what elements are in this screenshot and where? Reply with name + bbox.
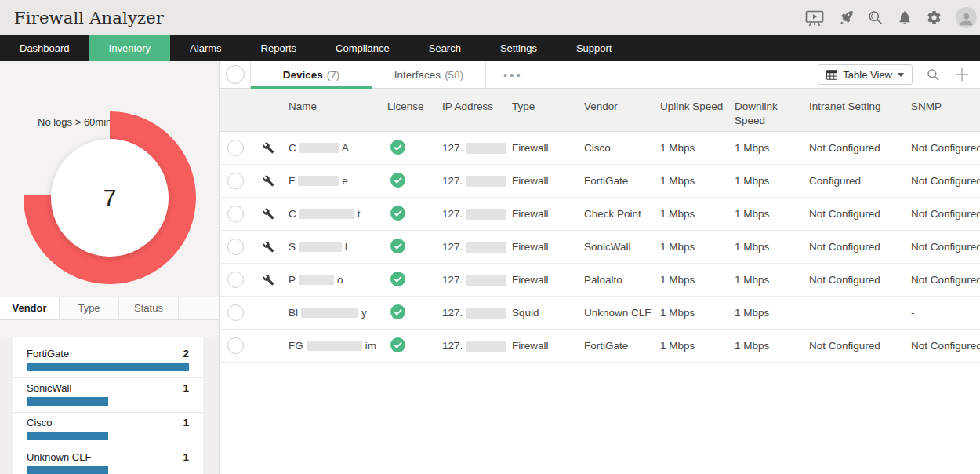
nav-item-settings[interactable]: Settings (481, 35, 557, 61)
intranet-setting-cell: Not Configured (803, 142, 905, 154)
vendor-list-item[interactable]: FortiGate2 (13, 344, 203, 378)
vendor-cell: Unknown CLF (578, 307, 654, 319)
add-device-icon[interactable] (953, 66, 971, 83)
snmp-cell: Not Configured (905, 241, 980, 253)
downlink-speed-cell: 1 Mbps (728, 274, 803, 286)
sidebar-tab-type[interactable]: Type (60, 297, 119, 319)
table-view-button[interactable]: Table View (818, 64, 913, 85)
nav-item-search[interactable]: Search (409, 35, 481, 61)
vendor-list: FortiGate2SonicWall1Cisco1Unknown CLF1Pa… (13, 337, 203, 474)
type-cell: Firewall (506, 241, 578, 253)
ip-prefix: 127. (442, 208, 463, 220)
main-content: Devices (7) Interfaces (58) ••• (220, 61, 980, 474)
nav-item-inventory[interactable]: Inventory (89, 35, 170, 61)
nav-item-compliance[interactable]: Compliance (316, 35, 409, 61)
license-ok-icon (390, 173, 405, 190)
device-name-suffix: A (342, 142, 349, 154)
redacted-name (299, 242, 342, 252)
row-checkbox[interactable] (227, 239, 244, 255)
intranet-setting-cell: Not Configured (803, 208, 905, 220)
table-search-icon[interactable] (926, 67, 940, 82)
gear-icon[interactable] (926, 9, 942, 26)
select-all-checkbox[interactable] (226, 65, 245, 84)
search-icon[interactable] (867, 9, 884, 26)
column-header-name: Name (251, 89, 376, 131)
table-row[interactable]: FGim127.FirewallFortiGate1 Mbps1 MbpsNot… (220, 330, 980, 363)
table-row[interactable]: Fe127.FirewallFortiGate1 Mbps1 MbpsConfi… (220, 165, 980, 198)
downlink-speed-cell: 1 Mbps (728, 241, 803, 253)
status-donut[interactable]: 7 (24, 111, 196, 284)
row-checkbox[interactable] (227, 206, 244, 222)
table-row[interactable]: Bly127.SquidUnknown CLF1 Mbps1 Mbps- (220, 297, 980, 330)
device-name-suffix: o (337, 274, 343, 286)
nav-item-alarms[interactable]: Alarms (170, 35, 241, 61)
row-checkbox[interactable] (227, 272, 244, 288)
user-avatar[interactable] (956, 7, 977, 28)
snmp-cell: Not Configured (905, 274, 980, 286)
downlink-speed-cell: 1 Mbps (728, 142, 803, 154)
more-tabs-button[interactable]: ••• (486, 61, 540, 88)
tab-devices[interactable]: Devices (7) (251, 61, 372, 88)
intranet-setting-cell: Not Configured (803, 340, 905, 352)
tab-devices-count: (7) (327, 69, 340, 81)
device-name-prefix: S (289, 241, 296, 253)
vendor-list-item[interactable]: Unknown CLF1 (13, 447, 203, 474)
device-name-cell: Ct (251, 208, 376, 220)
device-name-cell: Fe (251, 175, 376, 187)
tab-interfaces[interactable]: Interfaces (58) (372, 61, 486, 88)
row-checkbox[interactable] (227, 337, 244, 354)
nav-item-reports[interactable]: Reports (241, 35, 317, 61)
vendor-name: Unknown CLF (27, 451, 91, 463)
vendor-count: 1 (183, 451, 189, 463)
wrench-icon[interactable] (263, 208, 289, 220)
column-header-snmp: SNMP (905, 89, 980, 131)
vendor-list-item[interactable]: SonicWall1 (13, 378, 203, 413)
wrench-icon[interactable] (263, 142, 289, 154)
nav-item-dashboard[interactable]: Dashboard (0, 35, 89, 61)
vendor-cell: FortiGate (578, 175, 654, 187)
device-name-prefix: FG (289, 340, 303, 352)
uplink-speed-cell: 1 Mbps (654, 175, 728, 187)
device-name-suffix: e (342, 175, 348, 187)
row-checkbox[interactable] (227, 140, 244, 156)
vendor-list-item[interactable]: Cisco1 (13, 413, 203, 447)
sidebar-tab-vendor[interactable]: Vendor (0, 297, 60, 319)
vendor-name: FortiGate (27, 348, 69, 359)
redacted-name (299, 143, 339, 153)
presentation-play-icon[interactable] (805, 9, 824, 27)
type-cell: Firewall (506, 208, 578, 220)
table-row[interactable]: Ct127.FirewallCheck Point1 Mbps1 MbpsNot… (220, 198, 980, 231)
wrench-icon[interactable] (263, 274, 289, 286)
uplink-speed-cell: 1 Mbps (654, 142, 728, 154)
bell-icon[interactable] (897, 9, 913, 26)
vendor-cell: Check Point (578, 208, 654, 220)
license-cell (376, 337, 431, 355)
wrench-icon[interactable] (263, 175, 289, 187)
license-ok-icon (390, 337, 405, 355)
downlink-speed-cell: 1 Mbps (728, 208, 803, 220)
ip-address-cell: 127. (431, 208, 506, 220)
table-row[interactable]: CA127.FirewallCisco1 Mbps1 MbpsNot Confi… (220, 132, 980, 165)
rocket-icon[interactable] (837, 9, 854, 26)
column-header-uplink-speed: Uplink Speed (654, 89, 728, 131)
nav-item-support[interactable]: Support (557, 35, 632, 61)
row-checkbox[interactable] (227, 304, 244, 321)
ip-address-cell: 127. (431, 241, 506, 253)
donut-value: 7 (103, 184, 117, 211)
wrench-icon[interactable] (263, 241, 289, 253)
sidebar-tab-status[interactable]: Status (119, 297, 179, 319)
row-checkbox[interactable] (227, 173, 244, 189)
device-name-prefix: P (289, 274, 296, 286)
table-row[interactable]: Po127.FirewallPaloalto1 Mbps1 MbpsNot Co… (220, 264, 980, 297)
license-cell (376, 140, 431, 157)
vendor-bar (27, 466, 108, 474)
vendor-bar (27, 432, 108, 440)
sidebar: No logs > 60mins 7 VendorTypeStatus Fort… (0, 61, 220, 474)
ip-address-cell: 127. (431, 307, 506, 319)
snmp-cell: Not Configured (905, 208, 980, 220)
device-name-prefix: C (289, 208, 296, 220)
table-row[interactable]: Sl127.FirewallSonicWall1 Mbps1 MbpsNot C… (220, 231, 980, 264)
license-cell (376, 173, 431, 190)
table-view-label: Table View (843, 69, 892, 81)
redacted-ip (466, 308, 506, 319)
